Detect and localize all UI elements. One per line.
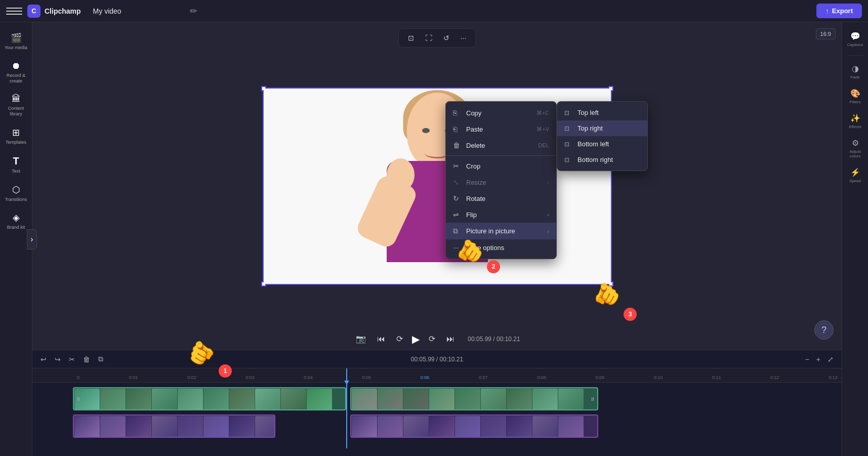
context-menu-delete[interactable]: 🗑 Delete DEL xyxy=(446,137,556,153)
bottom-left-label: Bottom left xyxy=(577,140,609,148)
sidebar-collapse-button[interactable]: › xyxy=(27,229,37,250)
sidebar-item-your-media[interactable]: 🎬 Your media xyxy=(2,28,30,55)
resize-arrow: › xyxy=(547,179,549,185)
sidebar-item-label-your-media: Your media xyxy=(5,45,27,51)
bottom-left-icon: ⊡ xyxy=(564,141,572,148)
canvas-fullscreen-button[interactable]: ⛶ xyxy=(421,32,436,44)
expand-timeline-button[interactable]: ⤢ xyxy=(825,353,836,365)
cut-button[interactable]: ✂ xyxy=(67,353,77,365)
hand-left xyxy=(387,158,415,191)
crop-label: Crop xyxy=(466,162,480,170)
video-title-input[interactable] xyxy=(89,5,186,17)
duplicate-button[interactable]: ⧉ xyxy=(96,353,105,365)
zoom-out-button[interactable]: − xyxy=(803,353,811,365)
canvas-crop-button[interactable]: ⊡ xyxy=(404,32,418,44)
context-menu-paste[interactable]: ⎗ Paste ⌘+V xyxy=(446,121,556,137)
sidebar-item-label-record-create: Record & create xyxy=(4,73,28,84)
resize-label: Resize xyxy=(466,179,486,186)
sidebar-item-transitions[interactable]: ⬡ Transitions xyxy=(2,180,30,206)
sidebar-item-templates[interactable]: ⊞ Templates xyxy=(2,123,30,149)
context-menu-pip[interactable]: ⧉ Picture in picture › xyxy=(446,223,556,239)
rewind-button[interactable]: ⟳ xyxy=(394,332,405,346)
paste-label: Paste xyxy=(466,126,483,133)
sidebar-item-record-create[interactable]: ⏺ Record & create xyxy=(2,57,30,88)
eye-left xyxy=(422,128,430,133)
ruler-mark-10: 0:10 xyxy=(654,375,663,380)
rename-icon[interactable]: ✏ xyxy=(190,6,197,17)
rp-item-effects[interactable]: ✨ Effects xyxy=(843,110,867,132)
canvas-more-button[interactable]: ··· xyxy=(457,32,471,44)
pip-bottom-right[interactable]: ⊡ Bottom right xyxy=(557,152,647,168)
secondary-track xyxy=(73,413,842,439)
context-menu-copy[interactable]: ⎘ Copy ⌘+C xyxy=(446,105,556,121)
rp-item-captions[interactable]: 💬 Captions xyxy=(843,28,867,50)
speed-icon: ⚡ xyxy=(850,168,860,177)
secondary-clip-1[interactable] xyxy=(73,414,275,438)
clip1-pause-left: ⏸ xyxy=(76,396,81,402)
sidebar-item-label-text: Text xyxy=(12,169,20,174)
right-panel: 💬 Captions ◑ Fade 🎨 Filters ✨ Effects ⚙ … xyxy=(842,22,868,456)
secondary-clip-2[interactable] xyxy=(350,414,598,438)
ruler-mark-3: 0:03 xyxy=(245,375,255,380)
resize-icon: ⤡ xyxy=(453,178,461,186)
timeline: ↩ ↪ ✂ 🗑 ⧉ 00:05.99 / 00:10.21 − + ⤢ 0 0:… xyxy=(32,350,842,456)
ruler-mark-6: 0:06 xyxy=(421,375,430,380)
rp-label-fade: Fade xyxy=(850,75,859,79)
redo-button[interactable]: ↪ xyxy=(53,353,63,365)
rp-item-fade[interactable]: ◑ Fade xyxy=(843,61,867,82)
sidebar-item-text[interactable]: T Text xyxy=(2,151,30,178)
context-menu-flip[interactable]: ⇌ Flip › xyxy=(446,206,556,223)
ruler-mark-9: 0:09 xyxy=(595,375,604,380)
brand-kit-icon: ◈ xyxy=(13,212,20,223)
pip-submenu: ⊡ Top left ⊡ Top right ⊡ Bottom left ⊡ B… xyxy=(557,101,648,171)
rp-item-filters[interactable]: 🎨 Filters xyxy=(843,86,867,107)
filters-icon: 🎨 xyxy=(850,89,860,98)
ruler-mark-5: 0:05 xyxy=(362,375,371,380)
skip-start-button[interactable]: ⏮ xyxy=(375,333,387,346)
context-menu-resize: ⤡ Resize › xyxy=(446,174,556,190)
undo-button[interactable]: ↩ xyxy=(38,353,49,365)
help-button[interactable]: ? xyxy=(814,320,834,340)
main-clip-1[interactable]: ⏸ xyxy=(73,387,346,410)
your-media-icon: 🎬 xyxy=(11,32,22,44)
context-menu-more[interactable]: ··· More options xyxy=(446,239,556,256)
pip-label: Picture in picture xyxy=(466,227,515,235)
canvas-loop-button[interactable]: ↺ xyxy=(439,32,453,44)
more-icon: ··· xyxy=(453,243,461,252)
play-button[interactable]: ▶ xyxy=(412,333,420,345)
skip-end-button[interactable]: ⏭ xyxy=(444,333,457,346)
flip-label: Flip xyxy=(466,211,477,219)
ruler-mark-8: 0:08 xyxy=(537,375,546,380)
context-menu-rotate[interactable]: ↻ Rotate xyxy=(446,190,556,206)
sidebar: 🎬 Your media ⏺ Record & create 🏛 Content… xyxy=(0,22,32,456)
sidebar-item-label-transitions: Transitions xyxy=(5,197,27,202)
screenshot-button[interactable]: 📷 xyxy=(354,332,368,346)
aspect-ratio-badge[interactable]: 16:9 xyxy=(816,28,836,39)
clip2-pause-right: ⏸ xyxy=(590,396,595,402)
app-name: Clipchamp xyxy=(45,7,81,15)
playhead-head xyxy=(344,381,349,385)
sidebar-item-label-brand-kit: Brand kit xyxy=(7,225,25,230)
top-right-icon: ⊡ xyxy=(564,125,572,132)
top-right-label: Top right xyxy=(577,125,603,132)
sidebar-item-content-library[interactable]: 🏛 Content library xyxy=(2,90,30,121)
paste-icon: ⎗ xyxy=(453,125,461,133)
context-menu: ⎘ Copy ⌘+C ⎗ Paste ⌘+V 🗑 Delete DEL ✂ Cr… xyxy=(445,101,557,259)
delete-timeline-button[interactable]: 🗑 xyxy=(81,353,92,365)
hamburger-menu-button[interactable] xyxy=(6,3,22,19)
export-button[interactable]: ↑ Export xyxy=(816,4,862,18)
logo-area: C Clipchamp xyxy=(27,5,81,18)
pip-bottom-left[interactable]: ⊡ Bottom left xyxy=(557,136,647,152)
sidebar-item-brand-kit[interactable]: ◈ Brand kit xyxy=(2,208,30,234)
pip-top-left[interactable]: ⊡ Top left xyxy=(557,105,647,120)
context-menu-crop[interactable]: ✂ Crop xyxy=(446,158,556,174)
pip-icon: ⧉ xyxy=(453,227,461,235)
rp-item-speed[interactable]: ⚡ Speed xyxy=(843,164,867,186)
transitions-icon: ⬡ xyxy=(12,184,20,195)
rp-item-adjust-colors[interactable]: ⚙ Adjust colors xyxy=(843,135,867,161)
playback-controls: 📷 ⏮ ⟳ ▶ ⟳ ⏭ 00:05.99 / 00:10.21 xyxy=(354,332,520,346)
zoom-in-button[interactable]: + xyxy=(814,353,822,365)
pip-top-right[interactable]: ⊡ Top right xyxy=(557,120,647,136)
main-clip-2[interactable]: ⏸ xyxy=(350,387,598,410)
forward-button[interactable]: ⟳ xyxy=(427,332,437,346)
